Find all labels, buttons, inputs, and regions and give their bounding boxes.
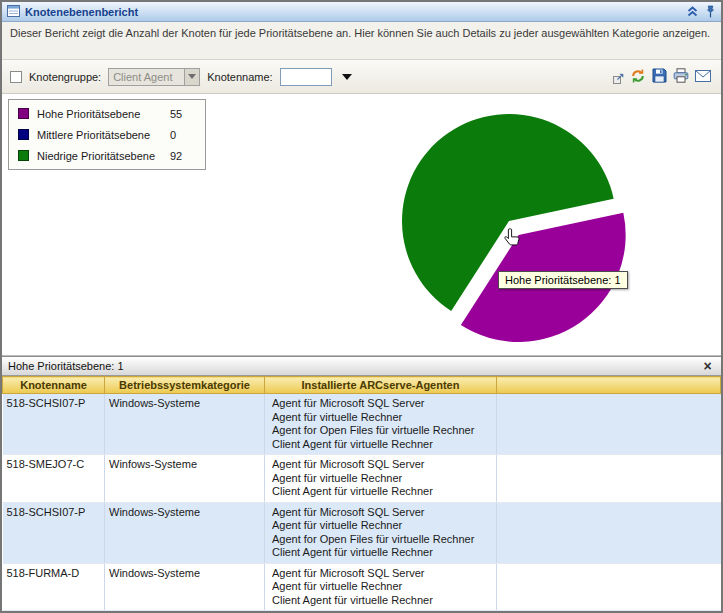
cell-node-name: 518-SCHSI07-P bbox=[3, 502, 105, 563]
legend-item: Mittlere Prioritätsebene 0 bbox=[9, 124, 205, 145]
legend-item: Hohe Prioritätsebene 55 bbox=[9, 103, 205, 124]
cell-agents: Agent für Microsoft SQL ServerAgent für … bbox=[265, 394, 497, 455]
save-icon[interactable] bbox=[652, 68, 667, 85]
legend-label: Mittlere Prioritätsebene bbox=[37, 129, 170, 141]
cell-empty bbox=[497, 455, 721, 503]
cell-node-name: 518-FURMA-D bbox=[3, 563, 105, 611]
legend-swatch bbox=[18, 150, 29, 161]
report-window: Knotenebenenbericht Dieser Bericht zeigt… bbox=[0, 0, 723, 613]
cell-agents: Agent für Microsoft SQL ServerAgent für … bbox=[265, 455, 497, 503]
window-title: Knotenebenenbericht bbox=[25, 6, 138, 18]
node-group-label: Knotengruppe: bbox=[29, 71, 101, 83]
legend-label: Niedrige Prioritätsebene bbox=[37, 150, 170, 162]
col-header-os-category: Betriebssystemkategorie bbox=[105, 377, 265, 394]
table-body: 518-SCHSI07-P Windows-Systeme Agent für … bbox=[3, 394, 721, 611]
node-name-input[interactable] bbox=[280, 68, 332, 86]
chart-area: Hohe Prioritätsebene 55 Mittlere Priorit… bbox=[2, 94, 721, 356]
refresh-icon[interactable] bbox=[630, 68, 646, 86]
agent-line: Agent für virtuelle Rechner bbox=[269, 411, 492, 425]
cell-empty bbox=[497, 563, 721, 611]
hand-cursor-icon bbox=[504, 228, 521, 252]
detail-panel: Hohe Prioritätsebene: 1 × Knotenname Bet… bbox=[2, 356, 721, 611]
detail-table: Knotenname Betriebssystemkategorie Insta… bbox=[2, 376, 721, 611]
cell-agents: Agent für Microsoft SQL ServerAgent für … bbox=[265, 563, 497, 611]
node-name-dropdown-icon[interactable] bbox=[339, 69, 355, 85]
cell-agents: Agent für Microsoft SQL ServerAgent für … bbox=[265, 502, 497, 563]
legend-value: 0 bbox=[170, 129, 196, 141]
slice-tooltip: Hohe Prioritätsebene: 1 bbox=[498, 271, 628, 289]
chevron-down-icon[interactable] bbox=[184, 69, 199, 85]
print-icon[interactable] bbox=[673, 68, 689, 85]
cell-node-name: 518-SCHSI07-P bbox=[3, 394, 105, 455]
cell-empty bbox=[497, 502, 721, 563]
col-header-agents: Installierte ARCserve-Agenten bbox=[265, 377, 497, 394]
agent-line: Agent für Microsoft SQL Server bbox=[269, 397, 492, 411]
cell-node-name: 518-SMEJO7-C bbox=[3, 455, 105, 503]
detail-header: Hohe Prioritätsebene: 1 × bbox=[2, 357, 721, 376]
report-icon bbox=[7, 3, 20, 21]
legend-swatch bbox=[18, 129, 29, 140]
agent-line: Client Agent für virtuelle Rechner bbox=[269, 546, 492, 560]
legend: Hohe Prioritätsebene 55 Mittlere Priorit… bbox=[8, 99, 206, 170]
pin-icon[interactable] bbox=[705, 5, 716, 18]
agent-line: Agent for Open Files für virtuelle Rechn… bbox=[269, 533, 492, 547]
col-header-node-name: Knotenname bbox=[3, 377, 105, 394]
legend-value: 92 bbox=[170, 150, 196, 162]
table-row: 518-SCHSI07-P Windows-Systeme Agent für … bbox=[3, 394, 721, 455]
cell-os-category: Windows-Systeme bbox=[105, 563, 265, 611]
agent-line: Agent für Microsoft SQL Server bbox=[269, 567, 492, 581]
node-group-selected-value: Client Agent bbox=[109, 71, 184, 83]
agent-line: Agent für virtuelle Rechner bbox=[269, 519, 492, 533]
agent-line: Agent für Microsoft SQL Server bbox=[269, 506, 492, 520]
collapse-up-icon[interactable] bbox=[686, 6, 699, 17]
report-description: Dieser Bericht zeigt die Anzahl der Knot… bbox=[2, 22, 721, 60]
cell-os-category: Windows-Systeme bbox=[105, 394, 265, 455]
agent-line: Client Agent für virtuelle Rechner bbox=[269, 594, 492, 608]
agent-line: Client Agent für virtuelle Rechner bbox=[269, 485, 492, 499]
cell-os-category: Windows-Systeme bbox=[105, 502, 265, 563]
col-header-empty bbox=[497, 377, 721, 394]
table-row: 518-SCHSI07-P Windows-Systeme Agent für … bbox=[3, 502, 721, 563]
legend-label: Hohe Prioritätsebene bbox=[37, 108, 170, 120]
popout-icon[interactable] bbox=[613, 73, 624, 86]
close-icon[interactable]: × bbox=[700, 359, 715, 374]
agent-line: Agent für virtuelle Rechner bbox=[269, 580, 492, 594]
agent-line: Agent für virtuelle Rechner bbox=[269, 472, 492, 486]
cell-os-category: Winfows-Systeme bbox=[105, 455, 265, 503]
agent-line: Client Agent für virtuelle Rechner bbox=[269, 438, 492, 452]
node-name-label: Knotenname: bbox=[207, 71, 272, 83]
node-group-select[interactable]: Client Agent bbox=[108, 68, 200, 86]
titlebar: Knotenebenenbericht bbox=[2, 2, 721, 22]
agent-line: Agent für Microsoft SQL Server bbox=[269, 458, 492, 472]
table-header-row: Knotenname Betriebssystemkategorie Insta… bbox=[3, 377, 721, 394]
table-row: 518-SMEJO7-C Winfows-Systeme Agent für M… bbox=[3, 455, 721, 503]
legend-item: Niedrige Prioritätsebene 92 bbox=[9, 145, 205, 166]
agent-line: Agent for Open Files für virtuelle Rechn… bbox=[269, 424, 492, 438]
email-icon[interactable] bbox=[695, 70, 711, 84]
toolbar: Knotengruppe: Client Agent Knotenname: bbox=[2, 60, 721, 94]
detail-title: Hohe Prioritätsebene: 1 bbox=[8, 360, 124, 372]
cell-empty bbox=[497, 394, 721, 455]
table-row: 518-FURMA-D Windows-Systeme Agent für Mi… bbox=[3, 563, 721, 611]
node-group-checkbox[interactable] bbox=[10, 71, 22, 83]
legend-swatch bbox=[18, 108, 29, 119]
legend-value: 55 bbox=[170, 108, 196, 120]
